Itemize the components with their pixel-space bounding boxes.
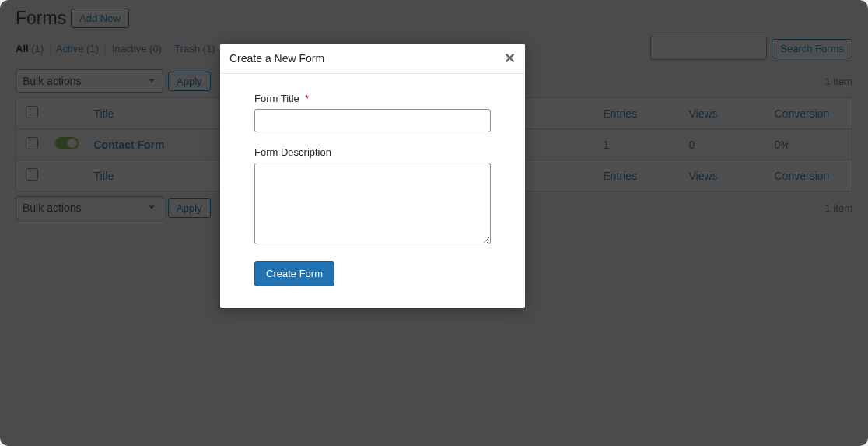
modal-header: Create a New Form ✕: [220, 44, 525, 74]
form-description-textarea[interactable]: [254, 163, 491, 244]
create-form-modal: Create a New Form ✕ Form Title * Form De…: [220, 44, 525, 308]
create-form-button[interactable]: Create Form: [254, 261, 334, 286]
form-description-label: Form Description: [254, 146, 491, 158]
form-title-input[interactable]: [254, 109, 491, 132]
modal-body: Form Title * Form Description Create For…: [220, 74, 525, 308]
modal-title: Create a New Form: [229, 52, 324, 65]
form-title-label: Form Title *: [254, 93, 491, 104]
required-asterisk: *: [305, 93, 309, 104]
close-icon[interactable]: ✕: [504, 50, 516, 67]
